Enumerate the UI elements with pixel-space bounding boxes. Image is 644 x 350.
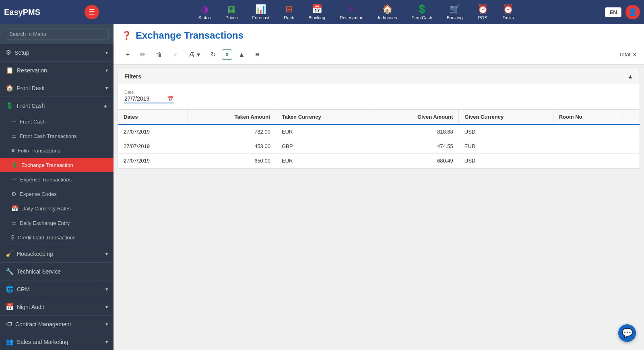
sidebar-search-container [0,24,114,44]
chevron-icon-setup: ▾ [105,50,108,56]
check-button[interactable]: ✓ [168,48,182,61]
sidebar-item-label-front-cash: Front Cash [20,119,45,125]
sidebar-item-icon-folio-transactions: ≡ [11,147,14,154]
chat-button[interactable]: 💬 [618,324,636,342]
sidebar-item-folio-transactions[interactable]: ≡Folio Transactions [0,143,114,158]
status-nav-label: Status [198,15,211,20]
table-row[interactable]: 27/07/2019 650.00 EUR 680.49 USD [118,154,640,168]
nav-item-forecast[interactable]: 📊Forecast [245,2,277,22]
add-button[interactable]: + [122,49,134,61]
sidebar-item-expense-codes[interactable]: ⚙Expense Codes [0,187,114,201]
chevron-icon-housekeeping: ▾ [105,251,108,257]
cell-given-currency: USD [459,154,553,168]
tasks-nav-label: Tasks [503,15,514,20]
cell-taken-amount: 453.00 [188,139,276,154]
sidebar-item-label-folio-transactions: Folio Transactions [18,148,60,154]
prices-nav-label: Prices [225,15,238,20]
excel-button[interactable]: X [222,49,233,60]
date-input[interactable] [124,95,165,102]
date-filter: Date 📅 [124,90,173,103]
section-header-frontcash[interactable]: 💲Front Cash▲ [0,97,114,114]
cell-actions [618,124,640,139]
user-avatar[interactable]: 👤 [625,5,640,19]
nav-item-rack[interactable]: ⊞Rack [277,2,301,22]
print-button[interactable]: 🖨 ▾ [184,48,204,61]
table-row[interactable]: 27/07/2019 782.00 EUR 818.68 USD [118,124,640,139]
sidebar-item-credit-card-transactions[interactable]: $Credit Card Transactions [0,230,114,245]
sidebar-item-expense-transactions[interactable]: 〰Expense Transactions [0,172,114,187]
section-header-setup[interactable]: ⚙Setup▾ [0,44,114,61]
sidebar-item-front-cash[interactable]: ▭Front Cash [0,114,114,129]
section-header-reservation[interactable]: 📋Reservation▾ [0,62,114,79]
section-icon-sales-and-marketing: 👥 [6,338,14,346]
refresh-button[interactable]: ↻ [206,48,220,61]
cell-date: 27/07/2019 [118,124,188,139]
sidebar-item-icon-front-cash-transactions: ▭ [11,133,17,139]
filters-header[interactable]: Filters ▲ [118,69,640,84]
nav-item-tasks[interactable]: ⏰Tasks [495,2,521,22]
section-icon-setup: ⚙ [6,49,11,56]
sidebar-item-label-credit-card-transactions: Credit Card Transactions [18,235,76,241]
section-label-frontcash: Front Cash [17,103,45,109]
calendar-icon[interactable]: 📅 [167,96,173,102]
col-taken-amount: Taken Amount [188,110,276,124]
section-header-housekeeping[interactable]: 🧹Housekeeping▾ [0,245,114,262]
nav-item-blocking[interactable]: 📅Blocking [301,2,332,22]
sidebar-item-icon-exchange-transaction: 💲 [11,162,18,168]
nav-item-booking[interactable]: 🛒Booking [440,2,470,22]
section-frontcash: 💲Front Cash▲▭Front Cash▭Front Cash Trans… [0,97,114,245]
section-header-contract-management[interactable]: 🏷Contract Management▾ [0,316,114,333]
nav-item-inhouses[interactable]: 🏠In houses [371,2,405,22]
section-icon-night-audit: 📅 [6,303,14,311]
sidebar-item-daily-exchange-entry[interactable]: ▭Daily Exchange Entry [0,216,114,230]
nav-item-pos[interactable]: ⏰POS [470,2,495,22]
table-body: 27/07/2019 782.00 EUR 818.68 USD 27/07/2… [118,124,640,168]
exchange-table: Dates Taken Amount Taken Currency Given … [118,110,640,168]
section-header-crm[interactable]: 🌐CRM▾ [0,280,114,298]
reservation-nav-label: Reservation [340,15,363,20]
delete-button[interactable]: 🗑 [151,49,167,61]
menu-button[interactable]: ≡ [251,49,263,61]
cell-given-amount: 474.55 [371,139,459,154]
section-header-night-audit[interactable]: 📅Night Audit▾ [0,298,114,315]
chevron-icon-frontdesk: ▾ [105,85,108,91]
search-input[interactable] [5,28,109,40]
section-crm: 🌐CRM▾ [0,280,114,298]
section-label-reservation: Reservation [17,67,47,74]
sidebar-item-icon-daily-currency-rates: 📅 [11,205,18,212]
section-icon-housekeeping: 🧹 [6,250,14,257]
nav-item-frontcash[interactable]: 💲FrontCash [404,2,439,22]
sidebar-item-exchange-transaction[interactable]: 💲Exchange Transaction [0,158,114,172]
nav-item-status[interactable]: ◑Status [191,2,218,22]
language-button[interactable]: EN [605,7,621,17]
sidebar-sections: ⚙Setup▾📋Reservation▾🏠Front Desk▾💲Front C… [0,44,114,350]
nav-item-reservation[interactable]: ✈Reservation [332,2,371,22]
filters-section: Filters ▲ Date 📅 [118,69,640,109]
section-header-frontdesk[interactable]: 🏠Front Desk▾ [0,79,114,97]
section-setup: ⚙Setup▾ [0,44,114,62]
filters-label: Filters [124,73,141,80]
col-dates: Dates [118,110,188,124]
cell-taken-currency: EUR [276,124,371,139]
edit-button[interactable]: ✏ [136,48,150,61]
section-technical-service: 🔧Technical Service [0,263,114,280]
cell-actions [618,139,640,154]
sidebar-item-daily-currency-rates[interactable]: 📅Daily Currency Rates [0,201,114,216]
sidebar-item-front-cash-transactions[interactable]: ▭Front Cash Transactions [0,129,114,143]
section-label-contract-management: Contract Management [15,321,71,327]
filters-body: Date 📅 [118,84,640,109]
page-title-row: ❓ Exchange Transactions [122,30,636,41]
section-header-sales-and-marketing[interactable]: 👥Sales and Marketing▾ [0,333,114,350]
col-given-currency: Given Currency [459,110,553,124]
hamburger-button[interactable]: ☰ [85,5,99,19]
col-room-no: Room No [553,110,618,124]
help-icon[interactable]: ❓ [122,31,132,40]
collapse-button[interactable]: ▲ [234,49,249,61]
table-row[interactable]: 27/07/2019 453.00 GBP 474.55 EUR [118,139,640,154]
content-area: ❓ Exchange Transactions + ✏ 🗑 ✓ 🖨 ▾ ↻ X … [114,24,644,350]
nav-item-prices[interactable]: ▦Prices [218,2,245,22]
table-header: Dates Taken Amount Taken Currency Given … [118,110,640,124]
date-input-wrapper: 📅 [124,95,173,103]
cell-given-amount: 818.68 [371,124,459,139]
section-header-technical-service[interactable]: 🔧Technical Service [0,263,114,280]
